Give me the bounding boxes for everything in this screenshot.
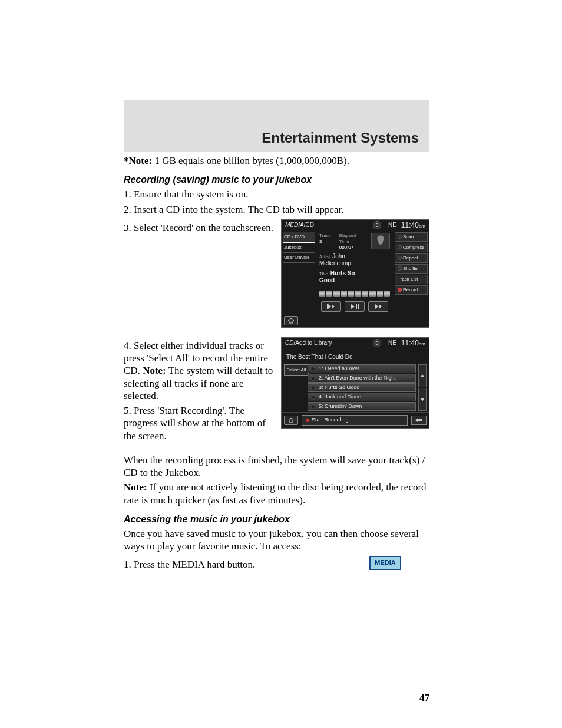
scroll-up-button[interactable] [418, 364, 427, 387]
note-text: 1 GB equals one billion bytes (1,000,000… [152, 155, 349, 166]
breadcrumb-addlib: Add to Library [295, 340, 332, 347]
source-tabs: CD / DVD Jukebox User Device [282, 231, 316, 314]
title-label: Title [319, 271, 328, 276]
note-record-rate: Note: If you are not actively listening … [124, 481, 429, 506]
track-item[interactable]: 2: Ain't Even Done with the Night [308, 374, 416, 383]
artist-label: Artist [319, 254, 330, 259]
progress-bar[interactable] [319, 291, 390, 297]
next-track-button[interactable] [368, 301, 388, 312]
tab-user-device[interactable]: User Device [283, 253, 315, 263]
track-label: Track [319, 233, 331, 239]
record-button[interactable]: Record [395, 285, 428, 295]
body-content: *Note: 1 GB equals one billion bytes (1,… [124, 154, 429, 728]
track-item[interactable]: 4: Jack and Diane [308, 393, 416, 401]
back-button[interactable] [411, 416, 427, 425]
elapsed-value: 000:07 [339, 245, 366, 251]
figure-media-cd-screen: MEDIA / CD 0 NE 11:40am CD / DVD Jukebox… [281, 219, 429, 328]
step-1: 1. Ensure that the system is on. [124, 188, 429, 200]
tracklist-button[interactable]: Track List [395, 275, 428, 284]
scroll-down-button[interactable] [418, 388, 427, 411]
figure-add-library-screen: CD / Add to Library 0 NE 11:40am The Bes… [281, 337, 429, 429]
tab-jukebox[interactable]: Jukebox [283, 243, 315, 253]
step-5: 5. Press 'Start Recording'. The progress… [124, 404, 274, 442]
page-number: 47 [124, 691, 429, 704]
shuffle-button[interactable]: Shuffle [395, 264, 428, 274]
note-label-4: Note: [143, 365, 166, 376]
access-step-1: 1. Press the MEDIA hard button. [124, 558, 341, 571]
step-4: 4. Select either individual tracks or pr… [124, 340, 274, 402]
finished-text: When the recording process is finished, … [124, 454, 429, 479]
subhead-recording: Recording (saving) music to your jukebox [124, 174, 429, 186]
screen1-statusbar: MEDIA / CD 0 NE 11:40am [282, 220, 429, 231]
note-label-rate: Note: [124, 482, 147, 493]
clock: 11:40am [401, 339, 425, 348]
tab-cd-dvd[interactable]: CD / DVD [283, 232, 315, 243]
track-item[interactable]: 5: Crumblin' Down [308, 402, 416, 411]
fan-indicator: 0 [373, 221, 381, 229]
track-list: 1: I Need a Lover 2: Ain't Even Done wit… [308, 364, 416, 411]
breadcrumb-cd: CD [305, 222, 313, 229]
compass-indicator: NE [388, 340, 396, 347]
climate-icon[interactable] [371, 233, 390, 249]
breadcrumb-media: MEDIA [285, 222, 304, 229]
header-band: Entertainment Systems [124, 100, 429, 152]
note-label: *Note: [124, 155, 152, 166]
track-item[interactable]: 3: Hurts So Good [308, 383, 416, 392]
step-2: 2. Insert a CD into the system. The CD t… [124, 203, 429, 216]
start-recording-button[interactable]: Start Recording [302, 415, 408, 425]
play-pause-button[interactable] [345, 301, 365, 312]
prev-track-button[interactable] [321, 301, 341, 312]
note-gb: *Note: 1 GB equals one billion bytes (1,… [124, 154, 429, 167]
track-value: 3 [319, 239, 331, 245]
section-title: Entertainment Systems [262, 130, 419, 146]
select-all-button[interactable]: Select All [284, 364, 309, 376]
repeat-button[interactable]: Repeat [395, 253, 428, 263]
screen2-statusbar: CD / Add to Library 0 NE 11:40am [282, 338, 429, 349]
clock: 11:40am [401, 221, 425, 230]
elapsed-label: Elapsed Time [339, 233, 366, 245]
home-button[interactable] [284, 416, 298, 425]
track-item[interactable]: 1: I Need a Lover [308, 364, 416, 373]
breadcrumb-cd: CD [285, 340, 293, 347]
compress-button[interactable]: Compress [395, 243, 428, 252]
home-button[interactable] [284, 316, 298, 325]
step-3: 3. Select 'Record' on the touchscreen. [124, 222, 274, 234]
album-title: The Best That I Could Do [284, 350, 427, 365]
subhead-accessing: Accessing the music in your jukebox [124, 513, 429, 525]
media-hard-button: MEDIA [369, 556, 401, 570]
scan-button[interactable]: Scan [395, 232, 428, 242]
compass-indicator: NE [388, 222, 396, 229]
fan-indicator: 0 [373, 339, 381, 347]
access-intro: Once you have saved music to your jukebo… [124, 528, 429, 553]
